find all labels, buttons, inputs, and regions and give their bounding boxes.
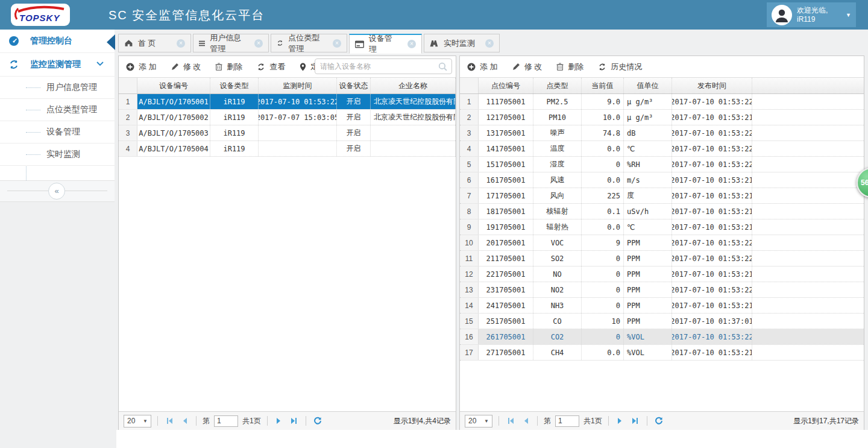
close-icon[interactable]: × [333, 39, 341, 48]
table-cell: 2017-07-10 01:53:22 [672, 141, 752, 156]
table-row[interactable]: 6161705001风速0.0m/s2017-07-10 01:53:21 [460, 172, 864, 188]
delete-button[interactable]: 删除 [215, 62, 242, 72]
column-header[interactable]: 设备状态 [337, 78, 371, 93]
add-button[interactable]: 添 加 [126, 62, 157, 72]
column-header[interactable]: 设备类型 [210, 78, 259, 93]
page-size-select[interactable]: 20 ▼ [465, 415, 492, 427]
table-row[interactable]: 11211705001SO20PPM2017-07-10 01:53:22 [460, 251, 864, 267]
table-row[interactable]: 3A/BJLT/O/1705003iR119开启 [119, 125, 456, 141]
history-button[interactable]: 历史情况 [598, 62, 642, 72]
column-header[interactable]: 值单位 [624, 78, 672, 93]
table-row[interactable]: 15251705001CO10PPM2017-07-10 01:37:01 [460, 314, 864, 329]
column-header[interactable]: 企业名称 [371, 78, 456, 93]
table-cell: 161705001 [479, 172, 533, 188]
first-page-button[interactable] [505, 415, 516, 426]
tab-home[interactable]: 首 页 × [118, 34, 191, 52]
row-number: 15 [460, 314, 479, 329]
active-section-pointer [107, 34, 115, 50]
tab-realtime[interactable]: 实时监测 × [424, 34, 500, 52]
table-row[interactable]: 9191705001辐射热0.0℃2017-07-10 01:53:21 [460, 219, 864, 235]
sidebar-item-point-type[interactable]: 点位类型管理 [0, 99, 115, 121]
table-row[interactable]: 12221705001NO0PPM2017-07-10 01:53:21 [460, 267, 864, 282]
page-number-input[interactable] [214, 415, 238, 427]
table-cell: 风向 [533, 188, 582, 203]
table-row[interactable]: 7171705001风向225度2017-07-10 01:53:21 [460, 188, 864, 204]
table-cell: 261705001 [479, 329, 533, 344]
prev-page-button[interactable] [179, 415, 190, 426]
add-button[interactable]: 添 加 [467, 62, 498, 72]
page-size-select[interactable]: 20 ▼ [124, 415, 151, 427]
sidebar-item-realtime[interactable]: 实时监测 [0, 144, 115, 166]
column-header[interactable]: 当前值 [582, 78, 624, 93]
sidebar-item-device[interactable]: 设备管理 [0, 121, 115, 144]
table-row[interactable]: 10201705001VOC9PPM2017-07-10 01:53:22 [460, 235, 864, 251]
row-number: 4 [460, 141, 479, 156]
table-cell: A/BJLT/O/1705002 [137, 110, 210, 125]
point-pager: 20 ▼ 第 共1页 显示1到17,共17记录 [460, 411, 864, 430]
table-row[interactable]: 5151705001湿度0%RH2017-07-10 01:53:22 [460, 157, 864, 172]
table-cell: 2017-07-10 01:53:21 [672, 345, 752, 360]
table-cell: SO2 [533, 251, 582, 266]
welcome-text: 欢迎光临, iR119 [797, 6, 841, 24]
table-row[interactable]: 14241705001NH30PPM2017-07-10 01:53:21 [460, 298, 864, 314]
table-row[interactable]: 17271705001CH40.0%VOL2017-07-10 01:53:21 [460, 345, 864, 361]
table-cell: 开启 [337, 94, 371, 109]
table-cell: dB [624, 125, 672, 140]
sidebar-section-monitoring[interactable]: 监控监测管理 [0, 53, 115, 77]
first-page-button[interactable] [164, 415, 175, 426]
table-cell: 191705001 [479, 219, 533, 235]
column-header[interactable]: 点类型 [533, 78, 582, 93]
table-cell: ℃ [624, 141, 672, 156]
table-row[interactable]: 1111705001PM2.59.0μ g/m³2017-07-10 01:53… [460, 94, 864, 110]
sync-icon [8, 59, 19, 70]
collapse-sidebar-button[interactable]: « [48, 183, 65, 200]
edit-button[interactable]: 修 改 [512, 62, 542, 72]
sidebar-section-dashboard[interactable]: 管理控制台 [0, 30, 115, 53]
table-row[interactable]: 16261705001CO20%VOL2017-07-10 01:53:22 [460, 329, 864, 345]
column-header[interactable]: 设备编号 [137, 78, 210, 93]
table-cell: 2017-07-10 01:53:21 [672, 267, 752, 282]
delete-button[interactable]: 删除 [556, 62, 583, 72]
close-icon[interactable]: × [177, 39, 185, 48]
close-icon[interactable]: × [485, 39, 494, 48]
user-menu[interactable]: 欢迎光临, iR119 ▼ [767, 2, 856, 27]
table-cell: NO [533, 267, 582, 282]
table-cell: 开启 [337, 125, 371, 140]
table-cell: 9 [582, 235, 624, 250]
table-row[interactable]: 1A/BJLT/O/1705001iR1192017-07-10 01:53:2… [119, 94, 456, 110]
tab-user-info[interactable]: 用户信息管理 × [193, 34, 269, 52]
table-row[interactable]: 3131705001噪声74.8dB2017-07-10 01:53:22 [460, 125, 864, 141]
next-page-button[interactable] [274, 415, 285, 426]
tab-point-type[interactable]: 点位类型管理 × [271, 34, 347, 52]
column-header[interactable]: 点位编号 [479, 78, 533, 93]
table-row[interactable]: 13231705001NO20PPM2017-07-10 01:53:22 [460, 282, 864, 298]
last-page-button[interactable] [289, 415, 300, 426]
edit-button[interactable]: 修 改 [171, 62, 201, 72]
sidebar: 管理控制台 监控监测管理 用户信息管理 点位类型管理 设备管理 [0, 30, 115, 448]
table-cell: 181705001 [479, 204, 533, 219]
table-cell: μ g/m³ [624, 110, 672, 125]
refresh-button[interactable] [653, 415, 664, 426]
table-row[interactable]: 2121705001PM1010.0μ g/m³2017-07-10 01:53… [460, 110, 864, 125]
table-cell: CH4 [533, 345, 582, 360]
close-icon[interactable]: × [254, 39, 263, 48]
refresh-button[interactable] [312, 415, 323, 426]
column-header[interactable]: 监测时间 [259, 78, 337, 93]
page-number-input[interactable] [555, 415, 579, 427]
table-cell: PPM [624, 314, 672, 329]
table-row[interactable]: 8181705001核辐射0.1uSv/h2017-07-10 01:53:21 [460, 204, 864, 219]
view-button[interactable]: 查看 [257, 62, 285, 72]
table-row[interactable]: 2A/BJLT/O/1705002iR1192017-07-07 15:03:0… [119, 110, 456, 125]
last-page-button[interactable] [630, 415, 641, 426]
prev-page-button[interactable] [520, 415, 531, 426]
sidebar-collapse-bar: « [0, 180, 115, 202]
table-row[interactable]: 4141705001温度0.0℃2017-07-10 01:53:22 [460, 141, 864, 157]
close-icon[interactable]: × [407, 40, 416, 48]
tab-device-management[interactable]: 设备管理 × [349, 34, 422, 54]
next-page-button[interactable] [615, 415, 626, 426]
search-input[interactable] [315, 58, 452, 74]
column-header[interactable]: 发布时间 [672, 78, 752, 93]
table-row[interactable]: 4A/BJLT/O/1705004iR119开启 [119, 141, 456, 157]
sidebar-item-user-info[interactable]: 用户信息管理 [0, 77, 115, 99]
table-cell: 131705001 [479, 125, 533, 140]
